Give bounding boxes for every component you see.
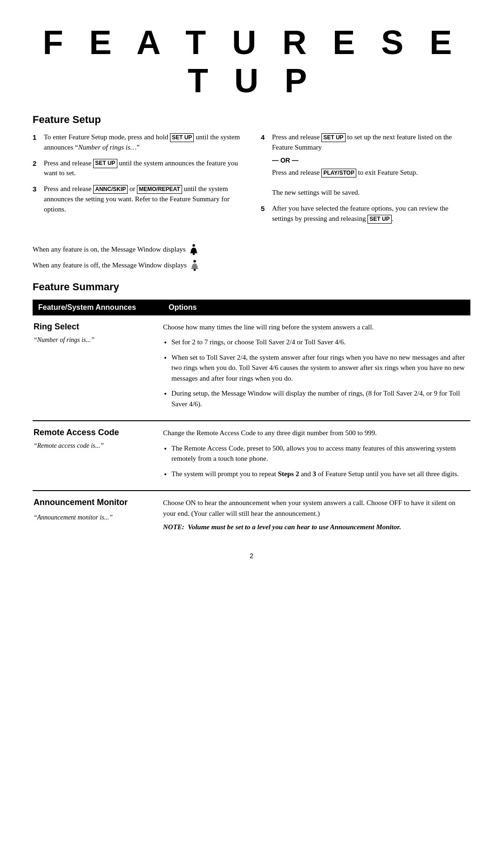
steps-left: 1 To enter Feature Setup mode, press and…: [33, 132, 242, 230]
announcement-monitor-left: Announcement Monitor “Announcement monit…: [33, 498, 163, 531]
ring-select-bullet-2: When set to Toll Saver 2/4, the system a…: [171, 352, 469, 384]
page-title: F E A T U R E S E T U P: [33, 23, 470, 100]
ring-select-subtitle: “Number of rings is...”: [34, 336, 156, 344]
step-2: 2 Press and release SET UP until the sys…: [33, 158, 242, 179]
ring-select-left: Ring Select “Number of rings is...”: [33, 322, 163, 414]
remote-access-bullet-2: The system will prompt you to repeat Ste…: [171, 469, 469, 479]
step-1-text: To enter Feature Setup mode, press and h…: [44, 132, 242, 153]
step-1: 1 To enter Feature Setup mode, press and…: [33, 132, 242, 153]
setup-key-1: SET UP: [170, 133, 194, 142]
step-5-num: 5: [261, 204, 268, 224]
steps-right: 4 Press and release SET UP to set up the…: [261, 132, 470, 230]
announcement-monitor-note: NOTE: Volume must be set to a level you …: [163, 523, 469, 531]
table-row-ring-select: Ring Select “Number of rings is...” Choo…: [33, 315, 470, 422]
step-5-text: After you have selected the feature opti…: [272, 204, 470, 224]
table-header-col2: Options: [169, 303, 465, 312]
remote-access-bullets: The Remote Access Code, preset to 500, a…: [163, 443, 469, 479]
bell-off-icon: [190, 260, 200, 272]
remote-access-left: Remote Access Code “Remote access code i…: [33, 428, 163, 484]
step-1-num: 1: [33, 132, 40, 153]
step-4: 4 Press and release SET UP to set up the…: [261, 132, 470, 198]
message-on-text: When any feature is on, the Message Wind…: [33, 246, 186, 253]
remote-access-name: Remote Access Code: [34, 428, 156, 437]
ring-select-right: Choose how many times the line will ring…: [163, 322, 470, 414]
remote-access-right: Change the Remote Access Code to any thr…: [163, 428, 470, 484]
step-3: 3 Press and release ANNC/SKIP or MEMO/RE…: [33, 184, 242, 214]
feature-setup-title: Feature Setup: [33, 114, 470, 126]
setup-key-5: SET UP: [367, 215, 391, 224]
message-off-text: When any feature is off, the Message Win…: [33, 261, 187, 269]
announcement-monitor-subtitle: “Announcement monitor is...”: [34, 514, 156, 521]
step-4-text: Press and release SET UP to set up the n…: [272, 132, 470, 198]
svg-rect-2: [193, 253, 195, 254]
feature-summary-title: Feature Summary: [33, 281, 470, 293]
step-3-num: 3: [33, 184, 40, 214]
remote-access-desc: Change the Remote Access Code to any thr…: [163, 428, 469, 438]
ring-select-bullets: Set for 2 to 7 rings, or choose Toll Sav…: [163, 337, 469, 409]
table-header: Feature/System Announces Options: [33, 300, 470, 315]
table-header-col1: Feature/System Announces: [38, 303, 169, 312]
annc-skip-key: ANNC/SKIP: [93, 185, 128, 194]
step-2-text: Press and release SET UP until the syste…: [44, 158, 242, 179]
ring-select-bullet-1: Set for 2 to 7 rings, or choose Toll Sav…: [171, 337, 469, 348]
setup-key-2: SET UP: [93, 159, 117, 168]
table-row-remote-access: Remote Access Code “Remote access code i…: [33, 421, 470, 491]
setup-key-4: SET UP: [321, 133, 345, 142]
ring-select-bullet-3: During setup, the Message Window will di…: [171, 388, 469, 409]
page-number: 2: [33, 552, 470, 560]
remote-access-subtitle: “Remote access code is...”: [34, 442, 156, 450]
message-on-line: When any feature is on, the Message Wind…: [33, 244, 470, 256]
step-4-num: 4: [261, 132, 268, 198]
announcement-monitor-name: Announcement Monitor: [34, 498, 156, 507]
memo-repeat-key: MEMO/REPEAT: [137, 185, 182, 194]
announcement-monitor-right: Choose ON to hear the announcement when …: [163, 498, 470, 531]
svg-point-0: [192, 244, 195, 246]
feature-setup-steps: 1 To enter Feature Setup mode, press and…: [33, 132, 470, 230]
message-off-line: When any feature is off, the Message Win…: [33, 260, 470, 272]
play-stop-key: PLAY/STOP: [321, 169, 356, 178]
svg-rect-5: [194, 269, 196, 270]
step-2-num: 2: [33, 158, 40, 179]
ring-select-name: Ring Select: [34, 322, 156, 332]
ring-select-desc: Choose how many times the line will ring…: [163, 322, 469, 333]
remote-access-bullet-1: The Remote Access Code, preset to 500, a…: [171, 443, 469, 464]
step-3-text: Press and release ANNC/SKIP or MEMO/REPE…: [44, 184, 242, 214]
svg-point-3: [193, 260, 196, 262]
table-row-announcement-monitor: Announcement Monitor “Announcement monit…: [33, 491, 470, 538]
announcement-monitor-desc: Choose ON to hear the announcement when …: [163, 498, 469, 519]
bell-on-icon: [189, 244, 199, 256]
feature-summary-section: Feature Summary Feature/System Announces…: [33, 281, 470, 538]
or-divider: — OR —: [272, 156, 470, 165]
step-5: 5 After you have selected the feature op…: [261, 204, 470, 224]
